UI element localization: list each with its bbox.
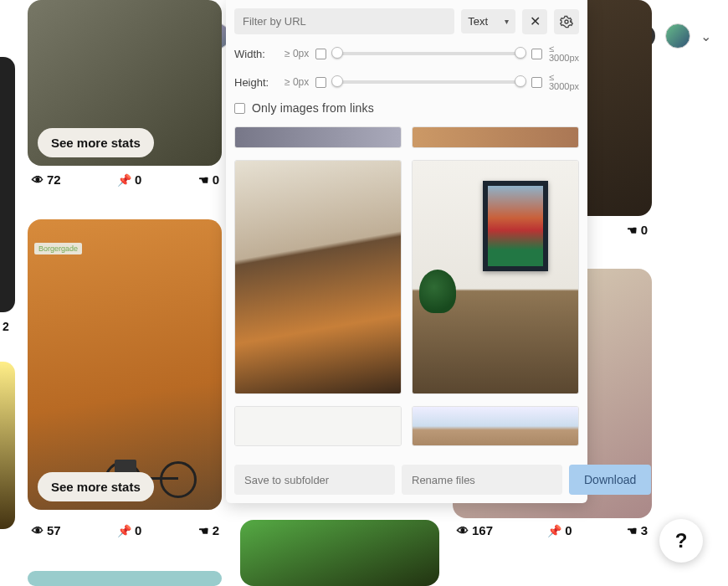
- image-thumb[interactable]: [234, 126, 402, 148]
- pin-icon: 📌: [117, 524, 131, 537]
- width-max-checkbox[interactable]: [531, 49, 542, 59]
- slider-thumb-right[interactable]: [515, 75, 526, 87]
- only-links-row: Only images from links: [234, 101, 579, 115]
- pin-stats-row: 👁72 📌0 ☚0: [32, 172, 219, 187]
- views-count: 167: [472, 523, 493, 537]
- pointer-icon: ☚: [198, 173, 209, 187]
- height-max-checkbox[interactable]: [531, 77, 542, 88]
- height-label: Height:: [234, 76, 278, 89]
- question-icon: ?: [675, 529, 688, 553]
- max-px: 3000px: [549, 82, 579, 91]
- pointer-icon: ☚: [627, 524, 638, 537]
- pin-stats-row: 👁167 📌0 ☚3: [457, 523, 648, 537]
- only-links-checkbox[interactable]: [234, 103, 245, 114]
- stat-views: 👁57: [32, 523, 61, 537]
- image-downloader-panel: Text ▾ ✕ Width: ≥ 0px ≤3000px Height: ≥ …: [226, 0, 587, 503]
- pin-stats-row: 👁57 📌0 ☚2: [32, 523, 219, 537]
- image-grid: [226, 118, 587, 456]
- close-button[interactable]: ✕: [522, 9, 547, 34]
- height-filter-row: Height: ≥ 0px ≤3000px: [234, 73, 579, 91]
- image-thumb[interactable]: [234, 406, 402, 446]
- type-select-label: Text: [468, 15, 488, 28]
- chevron-down-icon[interactable]: ⌄: [700, 28, 711, 44]
- pin-card[interactable]: Borgergade See more stats: [28, 219, 222, 510]
- pin-icon: 📌: [547, 524, 561, 537]
- panel-footer: Download: [226, 456, 587, 503]
- eye-icon: 👁: [32, 173, 44, 187]
- slider-thumb-left[interactable]: [331, 47, 343, 59]
- rename-files-input[interactable]: [402, 465, 562, 495]
- stat-clicks: ☚0: [198, 172, 219, 187]
- chevron-down-icon: ▾: [505, 17, 509, 26]
- svg-point-0: [565, 20, 568, 23]
- height-slider[interactable]: [333, 80, 525, 84]
- pointer-icon: ☚: [627, 224, 638, 237]
- stat-pins: 📌0: [117, 172, 141, 187]
- pin-card[interactable]: [240, 520, 439, 586]
- pin-stat-clicks: 2: [3, 320, 9, 333]
- image-thumb[interactable]: [234, 160, 402, 394]
- slider-thumb-right[interactable]: [515, 47, 526, 59]
- see-more-stats-button[interactable]: See more stats: [38, 472, 154, 501]
- save-subfolder-input[interactable]: [234, 465, 395, 495]
- width-min-label: ≥ 0px: [285, 48, 309, 59]
- gear-icon: [560, 15, 573, 28]
- pin-card[interactable]: [0, 362, 15, 529]
- height-min-checkbox[interactable]: [315, 77, 326, 88]
- stat-pins: 📌0: [547, 523, 572, 537]
- pin-card[interactable]: [0, 57, 15, 312]
- pin-card[interactable]: [28, 571, 222, 586]
- eye-icon: 👁: [32, 524, 44, 537]
- download-button[interactable]: Download: [569, 465, 651, 495]
- clicks-count: 2: [213, 523, 219, 537]
- image-thumb[interactable]: [412, 160, 579, 394]
- settings-button[interactable]: [554, 9, 579, 34]
- pin-card[interactable]: See more stats: [28, 0, 222, 166]
- width-label: Width:: [234, 48, 278, 60]
- width-filter-row: Width: ≥ 0px ≤3000px: [234, 44, 579, 63]
- only-links-label: Only images from links: [252, 101, 374, 115]
- max-px: 3000px: [549, 54, 579, 63]
- stat-pins: 📌0: [117, 523, 141, 537]
- pointer-icon: ☚: [198, 524, 209, 537]
- slider-thumb-left[interactable]: [331, 75, 343, 87]
- views-count: 57: [47, 523, 61, 537]
- eye-icon: 👁: [457, 524, 469, 537]
- see-more-stats-button[interactable]: See more stats: [38, 128, 154, 157]
- height-max-label: ≤3000px: [549, 73, 579, 91]
- clicks-count: 0: [641, 223, 648, 237]
- views-count: 72: [47, 172, 61, 187]
- pins-count: 0: [565, 523, 572, 537]
- width-slider[interactable]: [333, 52, 525, 55]
- pins-count: 0: [135, 172, 141, 187]
- height-min-label: ≥ 0px: [285, 76, 309, 88]
- framed-photo: [483, 181, 548, 271]
- pins-count: 0: [135, 523, 141, 537]
- image-thumb[interactable]: [412, 406, 579, 446]
- plant-illustration: [419, 270, 456, 313]
- clicks-count: 0: [213, 172, 219, 187]
- stat-clicks: ☚3: [627, 523, 648, 537]
- stat-views: 👁167: [457, 523, 493, 537]
- stat-clicks: ☚0: [627, 223, 648, 237]
- close-icon: ✕: [530, 13, 541, 29]
- type-select[interactable]: Text ▾: [461, 9, 515, 33]
- width-min-checkbox[interactable]: [315, 49, 326, 59]
- stat-clicks: ☚2: [198, 523, 219, 537]
- profile-avatar[interactable]: [665, 23, 690, 49]
- image-thumb[interactable]: [412, 126, 579, 148]
- filter-url-input[interactable]: [234, 8, 454, 34]
- stat-views: 👁72: [32, 172, 61, 187]
- street-plate: Borgergade: [34, 243, 82, 254]
- width-max-label: ≤3000px: [549, 44, 579, 63]
- panel-header: Text ▾ ✕ Width: ≥ 0px ≤3000px Height: ≥ …: [226, 0, 587, 118]
- clicks-count: 3: [641, 523, 648, 537]
- pin-icon: 📌: [117, 173, 131, 187]
- help-button[interactable]: ?: [659, 519, 703, 563]
